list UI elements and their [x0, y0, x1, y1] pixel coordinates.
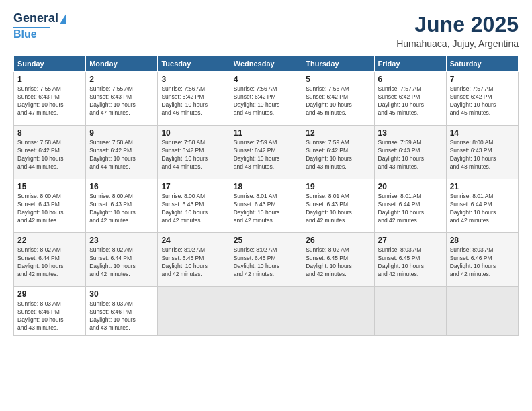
- day-number: 21: [450, 182, 515, 191]
- col-thursday: Thursday: [302, 56, 374, 72]
- table-row: [302, 287, 374, 336]
- day-info: Sunrise: 7:59 AMSunset: 6:42 PMDaylight:…: [234, 139, 280, 170]
- table-row: 19Sunrise: 8:01 AMSunset: 6:43 PMDayligh…: [302, 179, 374, 233]
- logo-text-general: General: [13, 12, 58, 26]
- page: General Blue June 2025 Humahuaca, Jujuy,…: [0, 0, 532, 411]
- logo-triangle-icon: [60, 13, 66, 24]
- table-row: 6Sunrise: 7:57 AMSunset: 6:42 PMDaylight…: [374, 72, 446, 126]
- day-number: 27: [378, 236, 443, 245]
- header: General Blue June 2025 Humahuaca, Jujuy,…: [13, 12, 519, 49]
- day-number: 6: [378, 75, 443, 84]
- day-number: 11: [234, 128, 299, 138]
- day-number: 14: [450, 128, 515, 138]
- day-number: 13: [378, 128, 443, 138]
- day-number: 5: [306, 75, 370, 84]
- day-number: 8: [17, 128, 82, 138]
- table-row: [230, 287, 302, 336]
- calendar-table: Sunday Monday Tuesday Wednesday Thursday…: [13, 56, 519, 336]
- col-friday: Friday: [374, 56, 446, 72]
- day-number: 30: [89, 289, 154, 299]
- day-info: Sunrise: 8:01 AMSunset: 6:44 PMDaylight:…: [378, 193, 425, 224]
- logo-text-blue: Blue: [13, 28, 37, 40]
- day-info: Sunrise: 8:00 AMSunset: 6:43 PMDaylight:…: [161, 193, 208, 224]
- day-number: 1: [17, 75, 82, 84]
- table-row: 29Sunrise: 8:03 AMSunset: 6:46 PMDayligh…: [14, 287, 86, 336]
- day-number: 18: [234, 182, 299, 191]
- table-row: 20Sunrise: 8:01 AMSunset: 6:44 PMDayligh…: [374, 179, 446, 233]
- day-info: Sunrise: 8:01 AMSunset: 6:43 PMDaylight:…: [234, 193, 280, 224]
- day-info: Sunrise: 8:01 AMSunset: 6:44 PMDaylight:…: [450, 193, 496, 224]
- title-area: June 2025 Humahuaca, Jujuy, Argentina: [396, 12, 519, 49]
- calendar-header-row: Sunday Monday Tuesday Wednesday Thursday…: [14, 56, 519, 72]
- day-info: Sunrise: 8:02 AMSunset: 6:45 PMDaylight:…: [161, 246, 208, 277]
- day-info: Sunrise: 7:55 AMSunset: 6:43 PMDaylight:…: [89, 85, 136, 116]
- day-number: 26: [306, 236, 370, 245]
- day-number: 19: [306, 182, 370, 191]
- table-row: 18Sunrise: 8:01 AMSunset: 6:43 PMDayligh…: [230, 179, 302, 233]
- day-number: 4: [234, 75, 299, 84]
- day-info: Sunrise: 7:56 AMSunset: 6:42 PMDaylight:…: [234, 85, 280, 116]
- day-info: Sunrise: 8:02 AMSunset: 6:44 PMDaylight:…: [89, 246, 136, 277]
- day-info: Sunrise: 7:56 AMSunset: 6:42 PMDaylight:…: [306, 85, 352, 116]
- day-info: Sunrise: 7:57 AMSunset: 6:42 PMDaylight:…: [378, 85, 425, 116]
- table-row: 13Sunrise: 7:59 AMSunset: 6:43 PMDayligh…: [374, 126, 446, 179]
- day-info: Sunrise: 8:03 AMSunset: 6:46 PMDaylight:…: [450, 246, 496, 277]
- day-number: 29: [17, 289, 82, 299]
- table-row: 30Sunrise: 8:03 AMSunset: 6:46 PMDayligh…: [86, 287, 158, 336]
- day-number: 7: [450, 75, 515, 84]
- day-info: Sunrise: 7:59 AMSunset: 6:42 PMDaylight:…: [306, 139, 352, 170]
- table-row: 10Sunrise: 7:58 AMSunset: 6:42 PMDayligh…: [158, 126, 230, 179]
- table-row: [374, 287, 446, 336]
- day-number: 3: [161, 75, 226, 84]
- day-info: Sunrise: 8:03 AMSunset: 6:46 PMDaylight:…: [89, 300, 136, 331]
- table-row: 26Sunrise: 8:02 AMSunset: 6:45 PMDayligh…: [302, 233, 374, 287]
- table-row: 21Sunrise: 8:01 AMSunset: 6:44 PMDayligh…: [446, 179, 518, 233]
- table-row: 11Sunrise: 7:59 AMSunset: 6:42 PMDayligh…: [230, 126, 302, 179]
- table-row: 3Sunrise: 7:56 AMSunset: 6:42 PMDaylight…: [158, 72, 230, 126]
- table-row: 9Sunrise: 7:58 AMSunset: 6:42 PMDaylight…: [86, 126, 158, 179]
- col-wednesday: Wednesday: [230, 56, 302, 72]
- day-number: 20: [378, 182, 443, 191]
- table-row: 28Sunrise: 8:03 AMSunset: 6:46 PMDayligh…: [446, 233, 518, 287]
- day-number: 24: [161, 236, 226, 245]
- col-sunday: Sunday: [14, 56, 86, 72]
- day-number: 9: [89, 128, 154, 138]
- table-row: 27Sunrise: 8:03 AMSunset: 6:45 PMDayligh…: [374, 233, 446, 287]
- table-row: 15Sunrise: 8:00 AMSunset: 6:43 PMDayligh…: [14, 179, 86, 233]
- day-number: 22: [17, 236, 82, 245]
- table-row: 25Sunrise: 8:02 AMSunset: 6:45 PMDayligh…: [230, 233, 302, 287]
- col-saturday: Saturday: [446, 56, 518, 72]
- day-info: Sunrise: 7:58 AMSunset: 6:42 PMDaylight:…: [17, 139, 64, 170]
- day-info: Sunrise: 8:01 AMSunset: 6:43 PMDaylight:…: [306, 193, 352, 224]
- table-row: 22Sunrise: 8:02 AMSunset: 6:44 PMDayligh…: [14, 233, 86, 287]
- table-row: 16Sunrise: 8:00 AMSunset: 6:43 PMDayligh…: [86, 179, 158, 233]
- main-title: June 2025: [396, 12, 519, 37]
- col-monday: Monday: [86, 56, 158, 72]
- day-info: Sunrise: 8:03 AMSunset: 6:46 PMDaylight:…: [17, 300, 64, 331]
- table-row: 7Sunrise: 7:57 AMSunset: 6:42 PMDaylight…: [446, 72, 518, 126]
- day-number: 2: [89, 75, 154, 84]
- day-info: Sunrise: 8:00 AMSunset: 6:43 PMDaylight:…: [89, 193, 136, 224]
- day-info: Sunrise: 8:02 AMSunset: 6:45 PMDaylight:…: [306, 246, 352, 277]
- table-row: 14Sunrise: 8:00 AMSunset: 6:43 PMDayligh…: [446, 126, 518, 179]
- day-info: Sunrise: 8:02 AMSunset: 6:44 PMDaylight:…: [17, 246, 64, 277]
- day-number: 10: [161, 128, 226, 138]
- day-info: Sunrise: 8:00 AMSunset: 6:43 PMDaylight:…: [450, 139, 496, 170]
- table-row: 4Sunrise: 7:56 AMSunset: 6:42 PMDaylight…: [230, 72, 302, 126]
- table-row: [158, 287, 230, 336]
- table-row: 5Sunrise: 7:56 AMSunset: 6:42 PMDaylight…: [302, 72, 374, 126]
- table-row: 12Sunrise: 7:59 AMSunset: 6:42 PMDayligh…: [302, 126, 374, 179]
- table-row: 2Sunrise: 7:55 AMSunset: 6:43 PMDaylight…: [86, 72, 158, 126]
- day-number: 25: [234, 236, 299, 245]
- table-row: 1Sunrise: 7:55 AMSunset: 6:43 PMDaylight…: [14, 72, 86, 126]
- day-number: 12: [306, 128, 370, 138]
- day-info: Sunrise: 7:55 AMSunset: 6:43 PMDaylight:…: [17, 85, 64, 116]
- col-tuesday: Tuesday: [158, 56, 230, 72]
- day-number: 16: [89, 182, 154, 191]
- day-info: Sunrise: 7:57 AMSunset: 6:42 PMDaylight:…: [450, 85, 496, 116]
- table-row: 23Sunrise: 8:02 AMSunset: 6:44 PMDayligh…: [86, 233, 158, 287]
- table-row: 17Sunrise: 8:00 AMSunset: 6:43 PMDayligh…: [158, 179, 230, 233]
- day-info: Sunrise: 7:56 AMSunset: 6:42 PMDaylight:…: [161, 85, 208, 116]
- day-info: Sunrise: 8:03 AMSunset: 6:45 PMDaylight:…: [378, 246, 425, 277]
- subtitle: Humahuaca, Jujuy, Argentina: [396, 38, 519, 49]
